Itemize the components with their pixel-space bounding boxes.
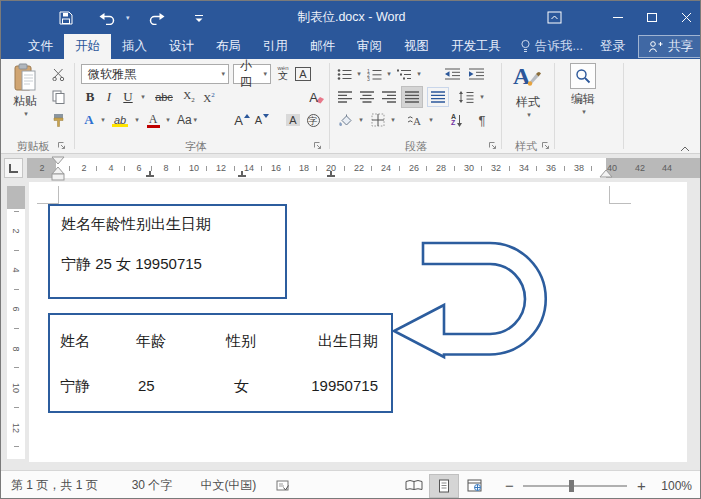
phonetic-guide-button[interactable]: wén 文 — [274, 63, 292, 83]
show-marks-button[interactable]: ¶ — [473, 110, 491, 130]
group-separator — [501, 63, 502, 149]
zoom-out-button[interactable]: − — [503, 477, 515, 494]
decrease-indent-button[interactable] — [443, 64, 463, 84]
text-effects-button[interactable]: A — [81, 110, 97, 130]
tab-selector[interactable] — [4, 158, 23, 178]
page-indicator[interactable]: 第 1 页，共 1 页 — [1, 477, 108, 494]
share-button[interactable]: 共享 — [638, 35, 701, 58]
strikethrough-button[interactable]: abc — [151, 87, 177, 107]
font-dialog-launcher[interactable] — [313, 141, 322, 150]
borders-button[interactable] — [369, 110, 387, 130]
paste-button[interactable]: 粘贴 ▾ — [7, 63, 43, 118]
numbered-list-button[interactable]: 123 — [365, 64, 383, 84]
bullet-list-dropdown[interactable]: ▾ — [353, 64, 363, 84]
shrink-font-button[interactable]: A — [253, 110, 271, 130]
zoom-slider[interactable] — [523, 485, 627, 487]
tab-references[interactable]: 引用 — [252, 34, 299, 59]
align-left-button[interactable] — [335, 87, 355, 107]
word-count[interactable]: 30 个字 — [122, 477, 183, 494]
hanging-indent-marker[interactable] — [52, 167, 64, 174]
clear-formatting-button[interactable]: A — [305, 87, 329, 107]
line-spacing-dropdown[interactable]: ▾ — [476, 87, 486, 107]
zoom-slider-thumb[interactable] — [569, 480, 574, 492]
italic-button[interactable]: I — [102, 87, 116, 107]
change-case-button[interactable]: Aa▾ — [177, 110, 197, 130]
multilevel-list-dropdown[interactable]: ▾ — [413, 64, 423, 84]
ribbon-display-options-button[interactable] — [537, 1, 571, 34]
justify-button[interactable] — [401, 86, 423, 108]
enclose-characters-button[interactable]: 字 — [304, 110, 322, 130]
tab-stop-marker[interactable] — [238, 171, 246, 177]
shading-button[interactable] — [335, 110, 355, 130]
maximize-button[interactable] — [635, 1, 669, 34]
minimize-button[interactable] — [601, 1, 635, 34]
asian-layout-dropdown[interactable]: ▾ — [425, 110, 435, 130]
tab-design[interactable]: 设计 — [158, 34, 205, 59]
underline-button[interactable]: U — [120, 87, 136, 107]
close-button[interactable] — [669, 1, 701, 34]
styles-button[interactable]: A 样式 ▾ — [507, 62, 549, 119]
character-shading-button[interactable]: A — [284, 110, 302, 130]
subscript-button[interactable]: X2 — [179, 87, 199, 107]
language-indicator[interactable]: 中文(中国) — [190, 477, 266, 494]
tab-home[interactable]: 开始 — [64, 34, 111, 59]
proofing-button[interactable] — [266, 479, 299, 492]
align-center-button[interactable] — [357, 87, 377, 107]
tab-stop-marker[interactable] — [327, 171, 335, 177]
underline-dropdown[interactable]: ▾ — [137, 87, 147, 107]
grow-font-button[interactable]: A — [233, 110, 251, 130]
vertical-ruler[interactable]: 2 4 6 8 10 12 — [7, 186, 25, 459]
highlight-button[interactable]: ab — [110, 110, 130, 130]
tell-me-button[interactable]: 告诉我... — [512, 38, 591, 55]
bullet-list-button[interactable] — [335, 64, 353, 84]
distribute-button[interactable] — [427, 87, 449, 107]
cut-button[interactable] — [47, 64, 69, 84]
font-color-button[interactable]: A — [145, 110, 161, 130]
document-page[interactable]: 姓名年龄性别出生日期 宁静 25 女 19950715 姓名 年龄 性别 出生日… — [29, 182, 687, 462]
highlight-dropdown[interactable]: ▾ — [131, 110, 141, 130]
horizontal-ruler[interactable]: 2 2 4 6 8 10 12 14 16 18 20 22 24 26 28 … — [27, 158, 701, 178]
shading-dropdown[interactable]: ▾ — [355, 110, 365, 130]
bold-button[interactable]: B — [81, 87, 99, 107]
web-layout-button[interactable] — [459, 474, 489, 498]
tab-file[interactable]: 文件 — [17, 34, 64, 59]
text-box-after[interactable]: 姓名 年龄 性别 出生日期 宁静 25 女 19950715 — [48, 313, 393, 413]
asian-layout-button[interactable]: A — [405, 110, 425, 130]
editing-button[interactable]: 编辑 ▾ — [561, 63, 605, 116]
zoom-in-button[interactable]: + — [635, 477, 647, 494]
tab-mailings[interactable]: 邮件 — [299, 34, 346, 59]
increase-indent-button[interactable] — [467, 64, 487, 84]
print-layout-button[interactable] — [429, 474, 459, 498]
styles-dialog-launcher[interactable] — [541, 141, 550, 150]
font-color-dropdown[interactable]: ▾ — [162, 110, 172, 130]
text-box-before[interactable]: 姓名年龄性别出生日期 宁静 25 女 19950715 — [48, 204, 287, 299]
tab-review[interactable]: 审阅 — [346, 34, 393, 59]
copy-button[interactable] — [47, 87, 69, 107]
sort-button[interactable]: AZ — [447, 110, 467, 130]
font-size-combobox[interactable]: 小四▾ — [233, 64, 271, 84]
right-indent-marker[interactable] — [599, 169, 613, 178]
left-indent-marker[interactable] — [52, 174, 64, 180]
zoom-level[interactable]: 100% — [655, 479, 701, 493]
format-painter-button[interactable] — [47, 110, 69, 130]
multilevel-list-button[interactable] — [395, 64, 413, 84]
align-right-button[interactable] — [379, 87, 399, 107]
character-border-button[interactable]: A — [294, 64, 312, 84]
font-name-combobox[interactable]: 微软雅黑▾ — [81, 64, 229, 84]
indent-markers[interactable] — [51, 156, 65, 182]
first-line-indent-marker[interactable] — [52, 157, 64, 164]
superscript-button[interactable]: X2 — [199, 87, 219, 107]
text-effects-dropdown[interactable]: ▾ — [97, 110, 107, 130]
tab-stop-marker[interactable] — [146, 171, 154, 177]
line-spacing-button[interactable] — [456, 87, 476, 107]
u-turn-arrow-shape[interactable] — [386, 226, 556, 371]
tab-developer[interactable]: 开发工具 — [440, 34, 512, 59]
tab-insert[interactable]: 插入 — [111, 34, 158, 59]
borders-dropdown[interactable]: ▾ — [387, 110, 397, 130]
clipboard-dialog-launcher[interactable] — [57, 141, 66, 150]
sign-in-button[interactable]: 登录 — [591, 38, 634, 55]
numbered-list-dropdown[interactable]: ▾ — [383, 64, 393, 84]
tab-view[interactable]: 视图 — [393, 34, 440, 59]
tab-layout[interactable]: 布局 — [205, 34, 252, 59]
read-mode-button[interactable] — [399, 474, 429, 498]
